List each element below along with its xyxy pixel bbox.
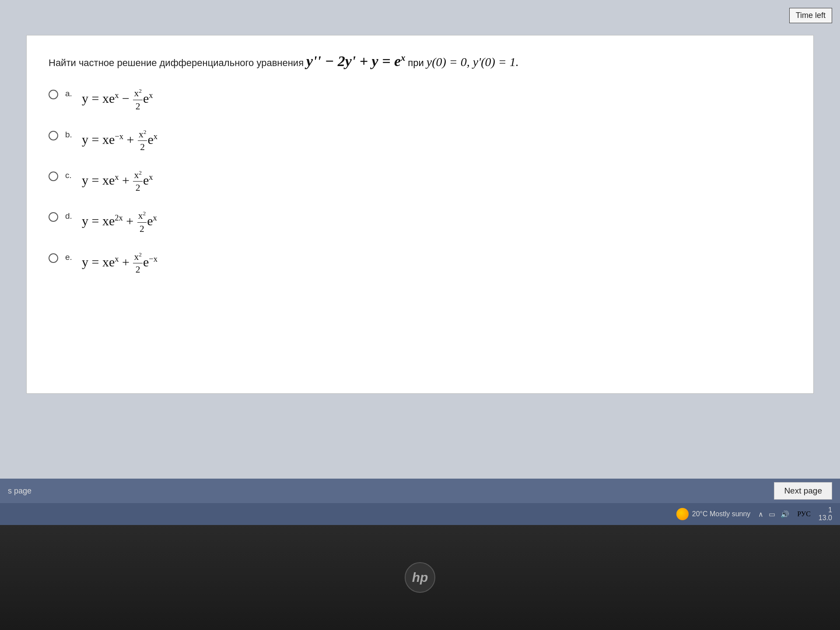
radio-a[interactable] <box>49 90 58 99</box>
option-a[interactable]: a. y = xex − x2 2 ex <box>49 87 791 112</box>
volume-icon[interactable]: 🔊 <box>780 510 789 518</box>
radio-d[interactable] <box>49 212 58 222</box>
option-c-label: c. <box>65 171 77 180</box>
next-page-button[interactable]: Next page <box>774 482 832 500</box>
system-tray: 20°C Mostly sunny ∧ ▭ 🔊 РУС 1 13.0 <box>0 503 840 525</box>
option-e-label: e. <box>65 252 77 262</box>
option-b-math: y = xe−x + x2 2 ex <box>82 128 158 153</box>
option-c-math: y = xex + x2 2 ex <box>82 169 153 194</box>
option-c[interactable]: c. y = xex + x2 2 ex <box>49 169 791 194</box>
option-e[interactable]: e. y = xex + x2 2 e−x <box>49 251 791 276</box>
tray-icons: ∧ ▭ 🔊 <box>758 510 789 518</box>
date-display: 13.0 <box>819 514 832 522</box>
question-equation: y'' − 2y' + y = ex <box>306 53 405 70</box>
taskbar: s page Next page <box>0 479 840 503</box>
time-display: 1 <box>819 506 832 514</box>
taskbar-left-label: s page <box>8 486 32 496</box>
option-d-label: d. <box>65 211 77 221</box>
hp-logo: hp <box>405 562 435 593</box>
screen-area: Time left Найти частное решение дифферен… <box>0 0 840 481</box>
option-d[interactable]: d. y = xe2x + x2 2 ex <box>49 210 791 234</box>
option-b[interactable]: b. y = xe−x + x2 2 ex <box>49 128 791 153</box>
radio-b[interactable] <box>49 131 58 140</box>
time-left-button[interactable]: Time left <box>789 8 832 23</box>
question-header: Найти частное решение дифференциального … <box>49 53 791 70</box>
system-time: 1 13.0 <box>819 506 832 522</box>
question-preamble: Найти частное решение дифференциального … <box>49 57 304 69</box>
radio-e[interactable] <box>49 253 58 263</box>
option-e-math: y = xex + x2 2 e−x <box>82 251 158 276</box>
option-a-label: a. <box>65 89 77 98</box>
chevron-up-icon[interactable]: ∧ <box>758 510 763 518</box>
option-a-math: y = xex − x2 2 ex <box>82 87 153 112</box>
laptop-bezel: hp <box>0 525 840 630</box>
monitor-icon[interactable]: ▭ <box>769 510 775 518</box>
answer-options: a. y = xex − x2 2 ex b. y = xe−x + x2 <box>49 87 791 276</box>
question-condition: y(0) = 0, y'(0) = 1. <box>427 55 519 69</box>
option-d-math: y = xe2x + x2 2 ex <box>82 210 157 234</box>
language-indicator[interactable]: РУС <box>797 510 811 518</box>
weather-icon <box>676 508 689 520</box>
question-condition-prefix: при <box>408 57 424 69</box>
radio-c[interactable] <box>49 172 58 181</box>
question-card: Найти частное решение дифференциального … <box>26 35 814 394</box>
weather-text: 20°C Mostly sunny <box>692 510 751 518</box>
option-b-label: b. <box>65 130 77 140</box>
weather-widget: 20°C Mostly sunny <box>676 508 751 520</box>
